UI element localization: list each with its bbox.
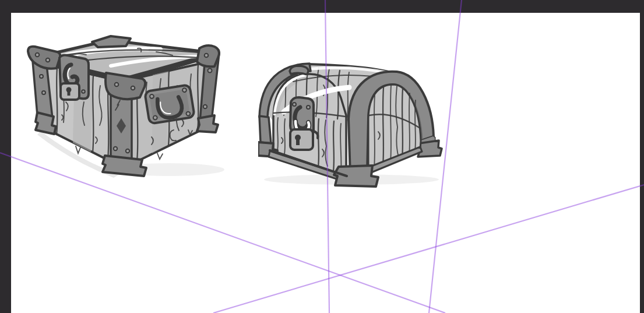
rivet: [153, 115, 157, 120]
rivet: [115, 83, 119, 87]
chest1-foot-front: [103, 156, 146, 176]
rivet: [42, 91, 45, 94]
pasteboard-frame-right: [640, 0, 644, 313]
round-top-chest-drawing: [258, 62, 446, 189]
grain: [93, 76, 93, 153]
rivet: [126, 149, 129, 153]
grain: [415, 100, 416, 152]
chest2-foot-front: [334, 166, 378, 187]
rivet: [307, 105, 310, 109]
keyhole-slot: [296, 139, 300, 145]
keyhole-slot: [68, 90, 71, 96]
chest1-foot-right: [197, 115, 218, 132]
square-wooden-chest-drawing: [23, 32, 233, 181]
grain: [402, 89, 403, 159]
grain: [57, 68, 57, 135]
grain: [409, 93, 410, 155]
grain: [318, 119, 319, 167]
rivet: [208, 69, 212, 73]
grain: [76, 146, 80, 153]
chest1-hasp-lock: [59, 55, 89, 100]
app-window: [0, 0, 644, 313]
chest2-lid-knob: [290, 66, 308, 75]
padlock-body: [290, 129, 313, 150]
rivet: [82, 90, 85, 93]
square-wooden-chest-sketch: [23, 32, 233, 181]
rivet: [114, 147, 117, 150]
rivet: [186, 111, 191, 116]
grain: [284, 119, 285, 154]
chest2-hasp-lock: [290, 97, 318, 150]
rivet: [131, 86, 135, 90]
grain: [383, 87, 383, 166]
grain: [333, 121, 334, 171]
pasteboard-frame-left: [0, 0, 11, 313]
grain: [374, 96, 375, 168]
rivet: [36, 53, 40, 57]
rivet: [203, 105, 207, 108]
chest1-handle: [145, 85, 195, 124]
rivet: [205, 54, 209, 58]
rivet: [40, 75, 43, 78]
round-top-chest-sketch: [258, 62, 446, 189]
grain: [277, 118, 278, 150]
rivet: [182, 88, 187, 93]
rivet: [293, 103, 296, 106]
grain: [157, 153, 163, 159]
rivet: [46, 58, 50, 62]
chest2-left-leg: [259, 116, 271, 143]
pasteboard-frame-top: [0, 0, 644, 13]
chest1-foot-left: [36, 112, 56, 134]
chest1-hinge-flap: [92, 36, 131, 47]
grain: [390, 85, 391, 162]
rivet: [150, 94, 154, 99]
